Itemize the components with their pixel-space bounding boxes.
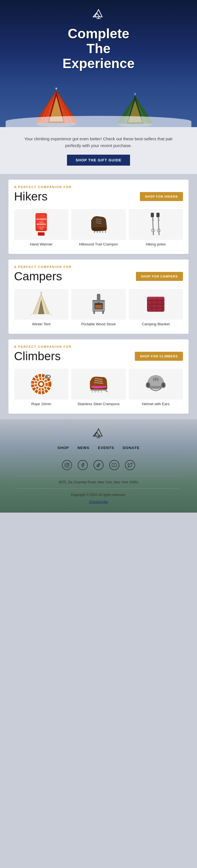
svg-rect-100 (153, 378, 154, 381)
product-wood-stove: Portable Wood Stove (71, 289, 125, 327)
svg-rect-101 (156, 377, 157, 381)
hikers-products-grid: GRABBER HAND WARMERS CHAUFFE MAIN Hand W… (14, 209, 183, 247)
footer-nav-donate[interactable]: DONATE (123, 446, 140, 450)
svg-point-12 (55, 88, 57, 89)
shop-hikers-button[interactable]: SHOP FOR HIKERS (140, 192, 183, 201)
svg-rect-68 (97, 302, 100, 303)
hikers-section-header: Hikers SHOP FOR HIKERS (14, 190, 183, 203)
svg-point-95 (148, 375, 163, 387)
svg-point-109 (68, 464, 68, 464)
header-logo (6, 8, 191, 21)
footer-nav-news[interactable]: NEWS (77, 446, 89, 450)
product-camping-blanket: Camping Blanket (129, 289, 183, 327)
shop-climbers-button[interactable]: SHOP FOR CLIMBERS (135, 352, 183, 361)
hiking-poles-name: Hiking poles (129, 242, 183, 247)
twitter-icon[interactable] (125, 460, 135, 470)
svg-line-42 (153, 234, 154, 235)
svg-point-56 (40, 292, 42, 293)
svg-rect-69 (92, 300, 105, 302)
trail-crampon-icon (77, 212, 120, 237)
hero-scene (6, 76, 191, 127)
winter-tent-image (14, 289, 68, 320)
footer-nav-events[interactable]: EVENTS (98, 446, 114, 450)
svg-rect-29 (38, 232, 45, 236)
hiking-poles-image (129, 209, 183, 240)
camping-blanket-name: Camping Blanket (129, 322, 183, 327)
footer-divider-2 (17, 476, 180, 476)
svg-text:CHAUFFE: CHAUFFE (38, 227, 45, 228)
svg-rect-83 (47, 376, 48, 378)
footer-address: 6075, De Chambly Road, New York, New Yor… (6, 480, 191, 484)
svg-line-57 (30, 314, 33, 315)
subtitle-text: Your climbing experience got even better… (23, 135, 174, 149)
climbers-section-label: A PERFECT COMPANION FOR (14, 345, 183, 348)
social-icons-row (6, 460, 191, 470)
facebook-icon[interactable] (78, 460, 88, 470)
camping-blanket-image (129, 289, 183, 320)
svg-point-108 (66, 464, 68, 466)
footer-logo (6, 428, 191, 440)
svg-point-21 (135, 93, 136, 94)
hikers-section-label: A PERFECT COMPANION FOR (14, 185, 183, 189)
winter-tent-icon (20, 292, 63, 317)
footer-unsubscribe-link[interactable]: Unsubscribe (89, 500, 108, 504)
svg-rect-78 (147, 297, 165, 299)
product-winter-tent: Winter Tent (14, 289, 68, 327)
svg-marker-110 (114, 465, 115, 466)
svg-point-97 (147, 383, 150, 388)
steel-crampons-icon (77, 372, 120, 397)
svg-text:HAND: HAND (39, 222, 44, 223)
footer-divider-3 (17, 488, 180, 489)
instagram-icon[interactable] (62, 460, 72, 470)
svg-rect-102 (157, 378, 159, 381)
svg-rect-40 (151, 213, 154, 217)
climbers-section: A PERFECT COMPANION FOR Climbers SHOP FO… (8, 339, 189, 414)
footer-divider-1 (17, 456, 180, 456)
rope-icon (20, 372, 63, 397)
svg-rect-63 (95, 305, 102, 308)
climbers-products-grid: Rope 10mm (14, 369, 183, 407)
product-trail-crampon: Hillsound Trail Crampon (71, 209, 125, 247)
footer-copyright: Copyright © 2022 All rights reserved. (6, 493, 191, 497)
svg-rect-23 (37, 214, 46, 228)
svg-point-81 (39, 381, 44, 386)
product-hand-warmer: GRABBER HAND WARMERS CHAUFFE MAIN Hand W… (14, 209, 68, 247)
svg-point-99 (162, 383, 165, 388)
product-rope: Rope 10mm (14, 369, 68, 407)
hikers-title: Hikers (14, 190, 48, 203)
campers-section: A PERFECT COMPANION FOR Campers SHOP FOR… (8, 259, 189, 334)
header-title: Complete The Experience (6, 26, 191, 71)
shop-gift-guide-button[interactable]: SHOP THE GIFT GUIDE (67, 155, 130, 166)
climbers-title: Climbers (14, 349, 61, 363)
header-section: Complete The Experience (0, 0, 197, 127)
helmet-name: Helmet with Ears (129, 402, 183, 407)
trail-crampon-image (71, 209, 125, 240)
steel-crampons-name: Stainless Steel Crampons (71, 402, 125, 407)
footer-nav-shop[interactable]: SHOP (57, 446, 69, 450)
subtitle-section: Your climbing experience got even better… (0, 127, 197, 174)
svg-text:MAIN: MAIN (40, 228, 43, 230)
hand-warmer-image: GRABBER HAND WARMERS CHAUFFE MAIN (14, 209, 68, 240)
campers-section-header: Campers SHOP FOR CAMPERS (14, 270, 183, 283)
product-steel-crampons: Stainless Steel Crampons (71, 369, 125, 407)
shop-campers-button[interactable]: SHOP FOR CAMPERS (136, 272, 183, 281)
svg-text:GRABBER: GRABBER (36, 218, 47, 220)
winter-tent-name: Winter Tent (14, 322, 68, 327)
footer-nav: SHOP NEWS EVENTS DONATE (6, 446, 191, 450)
svg-rect-45 (157, 213, 160, 217)
svg-text:WARMERS: WARMERS (36, 223, 46, 225)
hikers-section: A PERFECT COMPANION FOR Hikers SHOP FOR … (8, 180, 189, 254)
svg-point-80 (36, 379, 47, 390)
climbers-section-header: Climbers SHOP FOR CLIMBERS (14, 349, 183, 363)
youtube-icon[interactable] (109, 460, 119, 470)
svg-line-58 (50, 314, 52, 315)
tiktok-icon[interactable] (93, 460, 104, 470)
product-helmet: Helmet with Ears (129, 369, 183, 407)
trail-crampon-name: Hillsound Trail Crampon (71, 242, 125, 247)
campers-title: Campers (14, 270, 62, 283)
campers-section-label: A PERFECT COMPANION FOR (14, 265, 183, 269)
svg-rect-66 (93, 311, 95, 314)
svg-rect-67 (102, 311, 104, 314)
product-hiking-poles: Hiking poles (129, 209, 183, 247)
rope-image (14, 369, 68, 400)
